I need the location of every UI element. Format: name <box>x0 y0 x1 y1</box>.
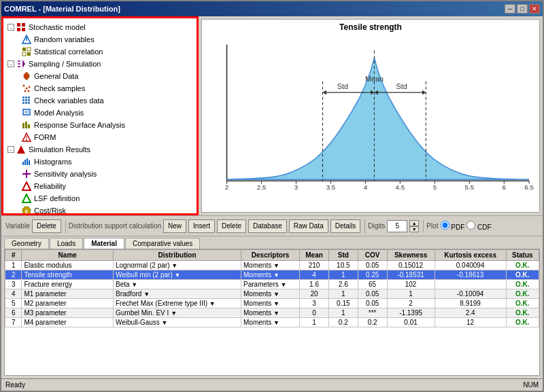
table-row[interactable]: 7 M4 parameter Weibull-Gauss ▼ Moments ▼… <box>5 318 539 327</box>
close-button[interactable]: ✕ <box>529 4 540 14</box>
tree-item-general[interactable]: General Data <box>20 70 194 82</box>
cell-distribution[interactable]: Weibull min (2 par) ▼ <box>113 270 241 280</box>
cell-distribution[interactable]: Beta ▼ <box>113 280 241 289</box>
desc-dropdown-arrow[interactable]: ▼ <box>273 319 279 326</box>
tree-label-cost: Cost/Risk <box>34 207 66 215</box>
cell-mean: 210 <box>300 261 329 270</box>
delete-dist-button[interactable]: Delete <box>217 219 246 233</box>
tab-geometry[interactable]: Geometry <box>4 238 49 249</box>
pdf-radio-label[interactable]: PDF <box>441 221 465 231</box>
chart-svg: Std Std Mean 2 2.5 3 3.5 4 4.5 5 5.5 6 <box>205 35 537 209</box>
cell-kurtosis <box>435 280 506 289</box>
dist-dropdown-arrow[interactable]: ▼ <box>162 319 168 326</box>
database-button[interactable]: Database <box>248 219 287 233</box>
cell-descriptors[interactable]: Parameters ▼ <box>241 280 300 289</box>
svg-text:6.5: 6.5 <box>524 183 534 191</box>
cell-distribution[interactable]: Lognormal (2 par) ▼ <box>113 261 241 270</box>
cell-descriptors[interactable]: Moments ▼ <box>241 299 300 308</box>
dist-dropdown-arrow[interactable]: ▼ <box>171 262 177 269</box>
tree-item-form[interactable]: FORM <box>20 131 194 143</box>
maximize-button[interactable]: □ <box>517 4 528 14</box>
svg-rect-20 <box>22 96 24 99</box>
cell-distribution[interactable]: Weibull-Gauss ▼ <box>113 318 241 327</box>
tree-item-random[interactable]: Random variables <box>20 33 194 46</box>
cell-descriptors[interactable]: Moments ▼ <box>241 289 300 299</box>
desc-dropdown-arrow[interactable]: ▼ <box>281 281 287 288</box>
tree-item-sampling[interactable]: - Sampling / Simulation <box>6 58 194 70</box>
cell-num: 6 <box>5 308 22 318</box>
new-button[interactable]: New <box>163 219 186 233</box>
cell-descriptors[interactable]: Moments ▼ <box>241 308 300 318</box>
details-button[interactable]: Details <box>330 219 361 233</box>
digits-up[interactable]: ▲ <box>409 220 419 226</box>
raw-data-button[interactable]: Raw Data <box>289 219 328 233</box>
table-row[interactable]: 4 M1 parameter Bradford ▼ Moments ▼ 20 1… <box>5 289 539 299</box>
delete-variable-button[interactable]: Delete <box>32 219 61 233</box>
check-samples-icon <box>21 83 32 94</box>
dist-text: Weibull-Gauss <box>116 319 160 326</box>
cell-descriptors[interactable]: Moments ▼ <box>241 318 300 327</box>
table-row[interactable]: 5 M2 parameter Frechet Max (Extreme type… <box>5 299 539 308</box>
pdf-radio[interactable] <box>441 221 449 230</box>
tab-material[interactable]: Material <box>84 238 124 249</box>
tree-item-check-vars[interactable]: Check variables data <box>20 94 194 107</box>
tab-loads[interactable]: Loads <box>50 238 83 249</box>
minimize-button[interactable]: ─ <box>505 4 515 14</box>
dist-dropdown-arrow[interactable]: ▼ <box>175 272 181 279</box>
digits-down[interactable]: ▼ <box>409 226 419 232</box>
svg-rect-24 <box>25 99 27 101</box>
tree-item-model[interactable]: Model Analysis <box>20 107 194 119</box>
cell-distribution[interactable]: Bradford ▼ <box>113 289 241 299</box>
cell-std: 10.5 <box>328 261 358 270</box>
tree-item-correlation[interactable]: Statistical correlation <box>20 46 194 58</box>
dist-dropdown-arrow[interactable]: ▼ <box>209 300 216 307</box>
tree-item-cost[interactable]: € Cost/Risk <box>20 204 194 215</box>
cell-descriptors[interactable]: Moments ▼ <box>241 261 300 270</box>
main-window: COMREL - [Material Distribution] ─ □ ✕ -… <box>0 0 544 392</box>
tree-item-lsf[interactable]: LSF definition <box>20 192 194 204</box>
svg-rect-30 <box>24 111 29 113</box>
tree-label-general: General Data <box>34 72 78 80</box>
dist-dropdown-arrow[interactable]: ▼ <box>143 291 150 298</box>
tree-label-form: FORM <box>34 133 56 141</box>
table-row[interactable]: 6 M3 parameter Gumbel Min. EV I ▼ Moment… <box>5 308 539 318</box>
desc-dropdown-arrow[interactable]: ▼ <box>273 262 279 269</box>
cell-distribution[interactable]: Gumbel Min. EV I ▼ <box>113 308 241 318</box>
expand-results[interactable]: - <box>7 146 14 153</box>
cell-kurtosis: 12 <box>435 318 506 327</box>
tree-item-check-samples[interactable]: Check samples <box>20 82 194 94</box>
cdf-radio-label[interactable]: CDF <box>466 221 491 231</box>
desc-dropdown-arrow[interactable]: ▼ <box>273 300 279 307</box>
digits-input[interactable]: 5 <box>387 220 407 232</box>
desc-dropdown-arrow[interactable]: ▼ <box>273 272 279 279</box>
tree-item-hist[interactable]: Histograms <box>20 156 194 168</box>
table-row[interactable]: 3 Fracture energy Beta ▼ Parameters ▼ 1.… <box>5 280 539 289</box>
dist-text: Beta <box>116 281 130 288</box>
tree-item-rsa[interactable]: Response Surface Analysis <box>20 119 194 131</box>
table-row[interactable]: 1 Elastic modulus Lognormal (2 par) ▼ Mo… <box>5 261 539 270</box>
expand-stochastic[interactable]: - <box>7 24 14 31</box>
cell-kurtosis: 2.4 <box>435 308 506 318</box>
insert-button[interactable]: Insert <box>188 219 215 233</box>
hist-icon <box>21 156 32 167</box>
dist-text: Bradford <box>116 290 141 298</box>
tab-comparative[interactable]: Comparative values <box>125 238 200 249</box>
cell-descriptors[interactable]: Moments ▼ <box>241 270 300 280</box>
desc-dropdown-arrow[interactable]: ▼ <box>273 310 279 317</box>
cell-std: 0.15 <box>328 299 358 308</box>
svg-rect-1 <box>22 23 25 26</box>
cell-distribution[interactable]: Frechet Max (Extreme type III) ▼ <box>113 299 241 308</box>
reliability-icon <box>21 181 32 192</box>
dist-dropdown-arrow[interactable]: ▼ <box>131 281 137 288</box>
tree-item-results[interactable]: - Simulation Results <box>6 143 194 156</box>
col-header-distribution: Distribution <box>113 250 241 261</box>
data-table-container: # Name Distribution Descriptors Mean Std… <box>4 249 540 376</box>
tree-item-stochastic[interactable]: - Stochastic model <box>6 21 194 33</box>
desc-dropdown-arrow[interactable]: ▼ <box>273 291 279 298</box>
tree-item-reliability[interactable]: Reliability <box>20 180 194 192</box>
cdf-radio[interactable] <box>466 221 475 230</box>
dist-dropdown-arrow[interactable]: ▼ <box>171 310 177 317</box>
table-row[interactable]: 2 Tensile strength Weibull min (2 par) ▼… <box>5 270 539 280</box>
tree-item-sensitivity[interactable]: Sensitivity analysis <box>20 168 194 180</box>
expand-sampling[interactable]: - <box>7 60 14 67</box>
